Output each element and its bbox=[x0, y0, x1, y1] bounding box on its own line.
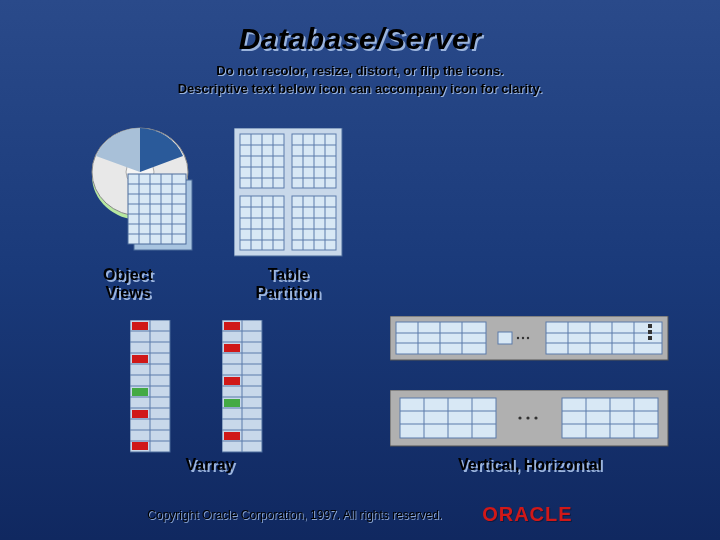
svg-rect-62 bbox=[132, 355, 148, 363]
vertical-horizontal-bottom-icon bbox=[390, 390, 670, 452]
svg-rect-64 bbox=[132, 410, 148, 418]
vertical-horizontal-label: Vertical, Horizontal bbox=[400, 456, 660, 474]
subtitle-line: Descriptive text below icon can accompan… bbox=[0, 80, 720, 98]
svg-rect-85 bbox=[396, 322, 486, 354]
svg-rect-80 bbox=[224, 344, 240, 352]
table-partition-icon bbox=[234, 128, 344, 262]
svg-rect-103 bbox=[648, 330, 652, 334]
svg-rect-104 bbox=[648, 336, 652, 340]
object-views-label: Object Views bbox=[78, 266, 178, 302]
page-title: Database/Server bbox=[0, 0, 720, 56]
svg-point-112 bbox=[518, 416, 521, 419]
copyright-text: Copyright Oracle Corporation, 1997. All … bbox=[147, 508, 442, 522]
svg-point-93 bbox=[522, 337, 524, 339]
page-subtitle: Do not recolor, resize, distort, or flip… bbox=[0, 62, 720, 98]
object-views-icon bbox=[88, 126, 208, 260]
oracle-logo: ORACLE bbox=[482, 503, 572, 526]
svg-rect-83 bbox=[224, 432, 240, 440]
svg-rect-81 bbox=[224, 377, 240, 385]
subtitle-line: Do not recolor, resize, distort, or flip… bbox=[0, 62, 720, 80]
svg-point-114 bbox=[534, 416, 537, 419]
svg-rect-61 bbox=[132, 322, 148, 330]
svg-rect-82 bbox=[224, 399, 240, 407]
svg-rect-63 bbox=[132, 388, 148, 396]
svg-rect-65 bbox=[132, 442, 148, 450]
varray-label: Varray bbox=[150, 456, 270, 474]
svg-rect-79 bbox=[224, 322, 240, 330]
svg-point-113 bbox=[526, 416, 529, 419]
vertical-horizontal-top-icon bbox=[390, 316, 670, 366]
svg-point-94 bbox=[527, 337, 529, 339]
footer: Copyright Oracle Corporation, 1997. All … bbox=[0, 503, 720, 526]
svg-rect-91 bbox=[498, 332, 512, 344]
svg-point-92 bbox=[517, 337, 519, 339]
svg-rect-95 bbox=[546, 322, 662, 354]
table-partition-label: Table Partition bbox=[228, 266, 348, 302]
varray-icon bbox=[130, 320, 264, 454]
svg-rect-102 bbox=[648, 324, 652, 328]
